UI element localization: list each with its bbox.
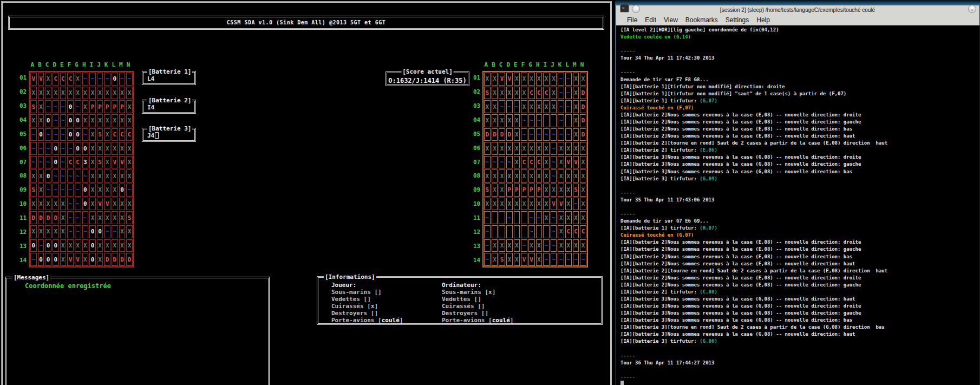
column-header: D bbox=[505, 59, 512, 71]
grid-cell: X bbox=[506, 239, 513, 252]
batterie-2-label: [Batterie 2] bbox=[147, 97, 192, 104]
ship-status: Destroyers [] bbox=[331, 310, 442, 317]
terminal-output[interactable]: [IA level 2][HOR][lig gauche] coordonnée… bbox=[616, 25, 979, 385]
menu-help[interactable]: Help bbox=[756, 16, 770, 24]
grid-cell: X bbox=[112, 114, 118, 127]
grid-cell: V bbox=[506, 73, 513, 86]
grid-cell: ~ bbox=[67, 184, 74, 197]
grid-cell: ~ bbox=[67, 198, 74, 211]
grid-cell: C bbox=[67, 73, 74, 86]
grid-cell: ~ bbox=[30, 142, 37, 155]
row-label: 02 bbox=[19, 85, 29, 99]
grid-cell: ~ bbox=[60, 114, 67, 127]
column-header: A bbox=[29, 59, 36, 71]
grid-cell: C bbox=[67, 156, 74, 169]
row-label: 06 bbox=[473, 141, 482, 155]
score-label: [Score actuel] bbox=[401, 68, 454, 75]
window-title[interactable]: [session 2] (sleep) /home/tests/langageC… bbox=[615, 5, 980, 15]
grid-cell: P bbox=[119, 100, 126, 113]
grid-cell: D bbox=[53, 211, 59, 224]
grid-cell: ~ bbox=[38, 156, 44, 169]
column-header: F bbox=[66, 59, 73, 71]
terminal-line: Cuirassé touché en (F,07) bbox=[620, 105, 979, 112]
grid-cell: X bbox=[30, 169, 37, 182]
grid-cell: X bbox=[499, 114, 505, 127]
grid-cell: 0 bbox=[67, 114, 74, 127]
grid-cell bbox=[499, 225, 505, 238]
menu-settings[interactable]: Settings bbox=[726, 16, 749, 24]
grid-cell: X bbox=[536, 198, 543, 211]
terminal-line: Tour 35 Thu Apr 11 17:43:06 2013 bbox=[620, 197, 979, 204]
terminal-line: [IA][batterie 2]Nous sommes revenus à la… bbox=[620, 246, 979, 253]
grid-cell: X bbox=[506, 114, 513, 127]
grid-cell: ~ bbox=[75, 198, 81, 211]
fleet-status-columns: Joueur:Sous-marins []Vedettes []Cuirassé… bbox=[331, 282, 552, 324]
terminal-line: [IA][batterie 2]Nous sommes revenus à la… bbox=[620, 260, 979, 267]
batterie-2-value: I4 bbox=[147, 104, 154, 111]
grid-cell: C bbox=[536, 156, 543, 169]
grid-cell: X bbox=[528, 100, 535, 113]
grid-cell: X bbox=[558, 184, 564, 197]
column-header: L bbox=[110, 59, 117, 71]
grid-cell: ~ bbox=[514, 100, 520, 113]
menu-bookmarks[interactable]: Bookmarks bbox=[685, 16, 718, 24]
grid-cell: ~ bbox=[565, 128, 572, 141]
grid-cell: X bbox=[543, 73, 550, 86]
grid-cell: X bbox=[492, 142, 498, 155]
row-label: 13 bbox=[19, 239, 29, 253]
terminal-icon[interactable]: >_ bbox=[620, 4, 629, 12]
grid-cell: X bbox=[543, 184, 550, 197]
grid-cell: X bbox=[30, 87, 37, 100]
grid-cell: V bbox=[565, 156, 572, 169]
grid-cell: X bbox=[558, 142, 564, 155]
grid-cell: S bbox=[126, 211, 133, 224]
grid-cell: P bbox=[514, 184, 520, 197]
terminal-line: [IA][batterie 2]Nous sommes revenus à la… bbox=[620, 112, 979, 119]
grid-cell: X bbox=[60, 87, 67, 100]
grid-cell: ~ bbox=[551, 142, 557, 155]
row-label: 04 bbox=[19, 113, 29, 127]
grid-cell: 0 bbox=[67, 128, 74, 141]
batterie-3-input[interactable]: J4 bbox=[147, 132, 159, 139]
menu-view[interactable]: View bbox=[664, 16, 678, 24]
grid-cell: X bbox=[492, 87, 498, 100]
grid-cell: X bbox=[514, 73, 520, 86]
score-box: [Score actuel] O:1632/J:1414 (R:35) bbox=[386, 71, 469, 86]
grid-cell: 0 bbox=[45, 239, 51, 252]
menu-file[interactable]: File bbox=[627, 16, 637, 24]
grid-cell: 0 bbox=[82, 142, 89, 155]
titlebar-gradient[interactable] bbox=[615, 0, 980, 5]
grid-cell: D bbox=[126, 253, 133, 266]
menu-edit[interactable]: Edit bbox=[645, 16, 656, 24]
grid-cell: X bbox=[558, 239, 564, 252]
grid-cell: X bbox=[38, 87, 44, 100]
grid-cell: X bbox=[104, 142, 110, 155]
terminal-line: [IA][batterie 2][tourne en rond] Saut de… bbox=[620, 140, 979, 147]
grid-cell: ~ bbox=[97, 73, 103, 86]
grid-cell: X bbox=[499, 169, 505, 182]
terminal-line: Demande de tir sur G7 E6 G9... bbox=[620, 218, 979, 225]
column-header: B bbox=[36, 59, 44, 71]
terminal-line: ----- bbox=[620, 374, 979, 381]
grid-cell: X bbox=[536, 142, 543, 155]
terminal-line: [IA][batterie 3]Nous sommes revenus à la… bbox=[620, 154, 979, 161]
batterie-3-box[interactable]: [Batterie 3] J4 bbox=[142, 128, 196, 142]
grid-cell: X bbox=[97, 253, 103, 266]
chevron-down-icon[interactable]: ⌄ bbox=[968, 5, 976, 13]
grid-cell bbox=[499, 211, 505, 224]
row-label: 01 bbox=[473, 71, 482, 85]
grid-cell: X bbox=[492, 73, 498, 86]
grid-cell: X bbox=[543, 211, 550, 224]
fleet-column: Ordinateur:Sous-marins [x]Vedettes []Cui… bbox=[442, 282, 552, 324]
grid-cell: D bbox=[499, 128, 505, 141]
terminal-line: [IA][batterie 3] tirfutur: (G,09) bbox=[620, 175, 979, 182]
column-header: F bbox=[519, 59, 527, 71]
grid-cell: ~ bbox=[506, 211, 513, 224]
ship-status: Porte-avions [coulé] bbox=[331, 317, 442, 324]
grid-cell: ~ bbox=[45, 184, 51, 197]
grid-cell: P bbox=[521, 184, 527, 197]
window-menu-button[interactable] bbox=[632, 5, 640, 13]
column-header: M bbox=[117, 59, 125, 71]
terminal-line: [IA][batterie 3]Nous sommes revenus à la… bbox=[620, 168, 979, 175]
grid-cell: X bbox=[558, 169, 564, 182]
